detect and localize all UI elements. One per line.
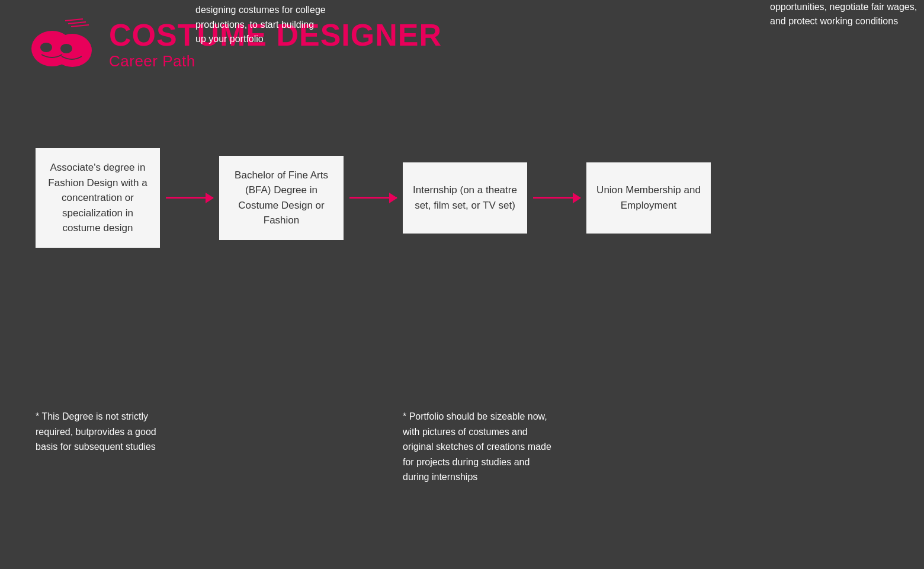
arrow-1 (166, 197, 213, 199)
arrow-line-1 (166, 197, 213, 199)
internship-box: Internship (on a theatre set, film set, … (403, 162, 527, 234)
note-union-above: * Unions charge a membership fee but enh… (770, 0, 918, 29)
note-bfa-above: * Get involved with and start designing … (195, 0, 326, 47)
svg-point-6 (60, 44, 72, 53)
svg-line-1 (68, 22, 86, 24)
arrow-2 (349, 197, 397, 199)
svg-point-4 (53, 34, 92, 67)
theater-mask-icon (30, 18, 95, 71)
note-associates-below: * This Degree is not strictly required, … (36, 409, 178, 455)
associates-box: Associate's degree in Fashion Design wit… (36, 148, 160, 248)
bfa-box: Bachelor of Fine Arts (BFA) Degree in Co… (219, 156, 344, 240)
svg-point-5 (40, 43, 52, 52)
arrow-3 (533, 197, 580, 199)
note-portfolio-below: * Portfolio should be sizeable now, with… (403, 409, 557, 485)
svg-line-0 (65, 19, 83, 21)
svg-line-2 (71, 25, 89, 27)
arrow-line-3 (533, 197, 580, 199)
union-box: Union Membership and Employment (586, 162, 711, 234)
main-content: * Get involved with and start designing … (0, 89, 924, 260)
page-subtitle: Career Path (109, 52, 442, 71)
arrow-line-2 (349, 197, 397, 199)
flow-diagram: Associate's degree in Fashion Design wit… (36, 148, 888, 248)
